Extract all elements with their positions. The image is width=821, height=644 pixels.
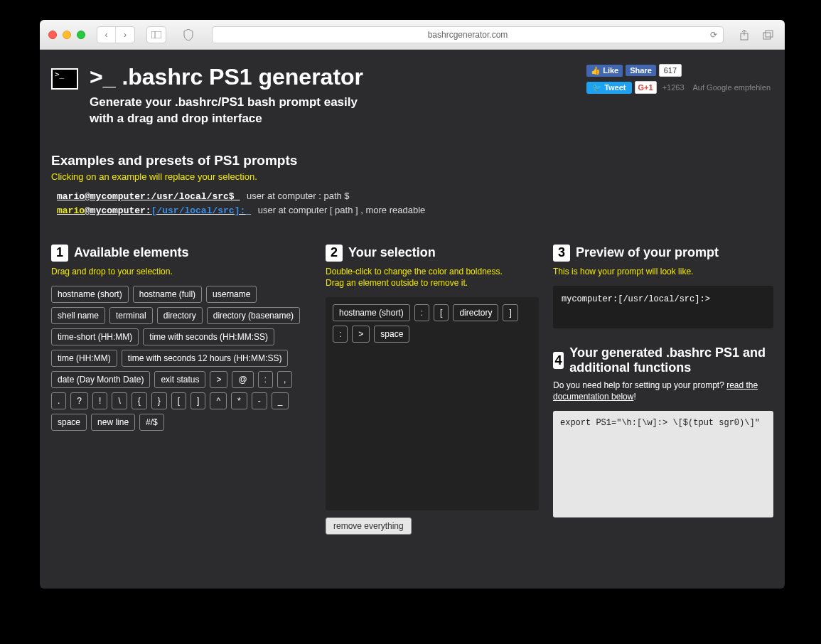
url-text: bashrcgenerator.com [428, 30, 508, 40]
page-content: >_ .bashrc PS1 generator Generate your .… [40, 50, 785, 549]
browser-chrome: ‹ › bashrcgenerator.com ⟳ [40, 20, 785, 50]
toolbar-right [736, 27, 776, 43]
available-elements-column: 1Available elements Drag and drop to you… [51, 245, 311, 535]
examples-hint: Clicking on an example will replace your… [51, 171, 773, 182]
facebook-share-button[interactable]: Share [626, 65, 656, 76]
terminal-logo-icon [51, 68, 78, 90]
element-chip[interactable]: space [51, 414, 87, 431]
element-chip[interactable]: #/$ [139, 414, 164, 431]
preview-output-column: 3Preview of your prompt This is how your… [553, 245, 773, 535]
social-buttons: 👍Like Share 617 🐦Tweet G+1 +1263 Auf Goo… [586, 64, 771, 98]
address-bar[interactable]: bashrcgenerator.com ⟳ [212, 26, 724, 43]
nav-back-forward: ‹ › [97, 26, 135, 43]
google-plus-count: +1263 [662, 83, 685, 92]
selected-chip[interactable]: space [374, 326, 409, 343]
element-chip[interactable]: : [258, 371, 273, 388]
close-window-button[interactable] [48, 31, 57, 39]
selection-hint: Double-click to change the color and bol… [326, 266, 539, 289]
selection-dropzone[interactable]: hostname (short):[directory]:>space [326, 297, 539, 510]
element-chip[interactable]: [ [171, 392, 186, 409]
selected-chip[interactable]: hostname (short) [333, 304, 410, 321]
element-chip[interactable]: ? [70, 392, 88, 409]
element-chip[interactable]: terminal [109, 307, 153, 324]
element-chip[interactable]: > [210, 371, 227, 388]
documentation-hint: Do you need help for setting up your pro… [553, 380, 773, 402]
remove-everything-button[interactable]: remove everything [326, 517, 412, 535]
selection-column: 2Your selection Double-click to change t… [326, 245, 539, 535]
preview-box: mycomputer:[/usr/local/src]:> [553, 286, 773, 328]
forward-button[interactable]: › [116, 27, 134, 43]
back-button[interactable]: ‹ [97, 27, 116, 43]
selected-chip[interactable]: directory [453, 304, 498, 321]
element-chip[interactable]: ^ [210, 392, 227, 409]
share-button[interactable] [736, 27, 752, 43]
element-chip[interactable]: , [277, 371, 292, 388]
element-chip[interactable]: directory [157, 307, 203, 324]
element-chip[interactable]: time with seconds (HH:MM:SS) [143, 328, 274, 345]
element-chip[interactable]: @ [232, 371, 253, 388]
element-chip[interactable]: ! [92, 392, 107, 409]
svg-rect-3 [763, 33, 771, 39]
examples-heading: Examples and presets of PS1 prompts [51, 153, 773, 168]
element-chip[interactable]: shell name [51, 307, 105, 324]
element-chip[interactable]: hostname (short) [51, 286, 129, 303]
element-chip[interactable]: hostname (full) [133, 286, 202, 303]
element-chip[interactable]: } [151, 392, 167, 409]
svg-rect-0 [151, 31, 161, 38]
privacy-shield-icon[interactable] [178, 27, 199, 43]
element-chip[interactable]: new line [91, 414, 135, 431]
facebook-count: 617 [659, 64, 682, 77]
element-chip[interactable]: directory (basename) [207, 307, 300, 324]
element-chip[interactable]: date (Day Month Date) [51, 371, 150, 388]
element-chip[interactable]: time-short (HH:MM) [51, 328, 139, 345]
browser-window: ‹ › bashrcgenerator.com ⟳ + [40, 20, 785, 589]
tweet-button[interactable]: 🐦Tweet [586, 82, 631, 94]
maximize-window-button[interactable] [77, 31, 85, 39]
google-plus-button[interactable]: G+1 [635, 81, 657, 94]
example-preset-2[interactable]: mario@mycomputer:[/usr/local/src]:_ user… [51, 205, 773, 216]
element-chip[interactable]: * [231, 392, 247, 409]
element-chip[interactable]: ] [191, 392, 205, 409]
google-recommend-text: Auf Google empfehlen [693, 83, 771, 92]
selected-chip[interactable]: : [414, 304, 429, 321]
generated-code-box[interactable]: export PS1="\h:[\w]:> \[$(tput sgr0)\]" [553, 411, 773, 517]
facebook-like-button[interactable]: 👍Like [586, 65, 623, 77]
selected-chip[interactable]: [ [434, 304, 449, 321]
element-chip[interactable]: . [51, 392, 66, 409]
element-chip[interactable]: \ [112, 392, 127, 409]
sidebar-toggle-button[interactable] [147, 27, 166, 43]
element-chip[interactable]: exit status [154, 371, 205, 388]
examples-section: Examples and presets of PS1 prompts Clic… [51, 153, 773, 216]
element-chip[interactable]: time (HH:MM) [51, 350, 117, 367]
selected-chip[interactable]: > [352, 326, 370, 343]
element-chip[interactable]: _ [272, 392, 289, 409]
columns: 1Available elements Drag and drop to you… [51, 245, 773, 535]
example-preset-1[interactable]: mario@mycomputer:/usr/local/src$_ user a… [51, 190, 773, 202]
element-chip[interactable]: { [132, 392, 147, 409]
minimize-window-button[interactable] [63, 31, 71, 39]
svg-rect-4 [766, 31, 773, 37]
tabs-button[interactable] [761, 27, 776, 43]
element-chip[interactable]: time with seconds 12 hours (HH:MM:SS) [122, 350, 289, 367]
reload-icon[interactable]: ⟳ [710, 30, 717, 40]
selected-chip[interactable]: ] [503, 304, 517, 321]
available-chips: hostname (short)hostname (full)usernames… [51, 286, 311, 431]
element-chip[interactable]: - [252, 392, 267, 409]
selected-chip[interactable]: : [333, 326, 348, 343]
page-subtitle: Generate your .bashrc/PS1 bash prompt ea… [90, 95, 363, 127]
traffic-lights [48, 31, 85, 39]
page-title: >_ .bashrc PS1 generator [90, 64, 363, 90]
sidebar-toggle-group [146, 26, 166, 43]
element-chip[interactable]: username [206, 286, 257, 303]
